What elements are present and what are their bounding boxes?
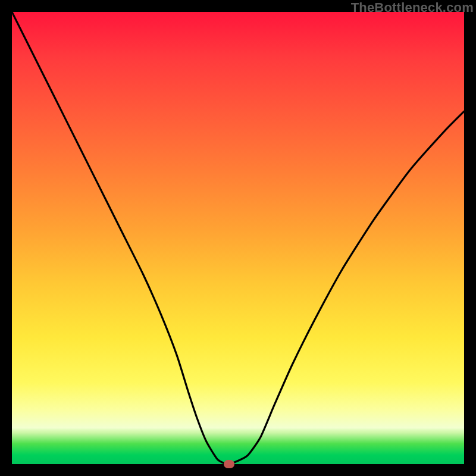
optimum-marker (224, 460, 234, 468)
chart-frame (12, 12, 464, 464)
bottleneck-curve (12, 12, 464, 464)
